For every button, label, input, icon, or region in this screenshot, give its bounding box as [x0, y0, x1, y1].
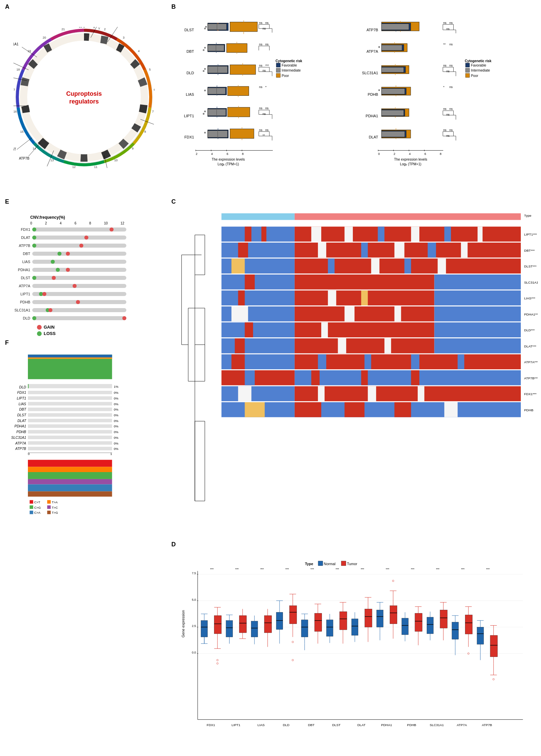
svg-rect-318 [434, 323, 521, 338]
svg-text:The expression levels: The expression levels [212, 158, 245, 161]
svg-point-210 [378, 89, 380, 91]
svg-text:6: 6 [226, 152, 228, 156]
svg-rect-302 [221, 290, 295, 305]
svg-rect-304 [434, 290, 521, 305]
svg-text:DLAT: DLAT [357, 723, 365, 727]
svg-rect-179 [381, 45, 402, 50]
svg-rect-349 [418, 386, 424, 402]
svg-text:FDX1***: FDX1*** [524, 392, 537, 396]
svg-rect-530 [326, 620, 333, 636]
svg-rect-306 [328, 290, 336, 305]
svg-text:20: 20 [43, 36, 46, 39]
svg-text:LIAS: LIAS [18, 402, 26, 406]
svg-text:0%: 0% [114, 424, 119, 428]
svg-rect-104 [276, 73, 280, 77]
svg-point-614 [493, 678, 494, 680]
svg-rect-431 [318, 561, 323, 566]
svg-rect-317 [295, 323, 434, 338]
svg-text:ATP7B***: ATP7B*** [524, 376, 538, 380]
svg-text:ATP7B: ATP7B [366, 28, 378, 32]
svg-text:4: 4 [409, 152, 411, 156]
svg-text:ns: ns [449, 128, 453, 132]
svg-text:3: 3 [123, 36, 124, 39]
svg-text:regulators: regulators [69, 98, 99, 105]
svg-text:ATP7A: ATP7A [457, 723, 467, 727]
svg-text:SLC31A1: SLC31A1 [362, 71, 378, 75]
svg-text:14: 14 [33, 147, 36, 150]
svg-rect-311 [434, 306, 521, 322]
cnv-gene-label-atp7b: ATP7B [10, 244, 30, 248]
svg-text:LIPT1: LIPT1 [232, 723, 240, 727]
svg-text:SLC31A1***: SLC31A1*** [524, 281, 538, 284]
svg-text:ns: ns [259, 128, 262, 132]
svg-point-81 [204, 47, 206, 48]
panel-e: E CNV.frequency(%) 0 2 4 6 8 10 12 FDX1 [0, 195, 168, 336]
svg-text:***: *** [411, 568, 415, 571]
svg-text:8: 8 [440, 152, 441, 156]
svg-text:DBT: DBT [186, 49, 194, 53]
svg-text:1: 1 [110, 452, 112, 456]
svg-rect-417 [28, 485, 112, 492]
cnv-bar-dlst [32, 276, 126, 280]
svg-rect-470 [214, 616, 221, 634]
cnv-gene-label-slc31a1: SLC31A1 [10, 308, 30, 312]
svg-text:Favorable: Favorable [471, 64, 486, 67]
svg-rect-284 [361, 243, 368, 258]
svg-text:Normal: Normal [324, 562, 336, 566]
svg-text:ns: ns [449, 107, 453, 111]
cnv-row-dld: DLD [10, 315, 165, 321]
svg-rect-480 [226, 621, 233, 637]
svg-rect-541 [351, 619, 358, 635]
svg-text:0%: 0% [114, 447, 119, 451]
svg-text:FDX1: FDX1 [184, 135, 194, 139]
svg-rect-345 [295, 386, 521, 402]
svg-text:***: *** [210, 568, 214, 571]
cnv-gene-label-dlst: DLST [10, 276, 30, 280]
svg-rect-429 [47, 511, 50, 514]
svg-text:7.5: 7.5 [192, 572, 196, 575]
svg-text:ns: ns [449, 43, 453, 46]
svg-text:0%: 0% [114, 391, 119, 394]
svg-text:LIPT1***: LIPT1*** [524, 233, 537, 236]
svg-text:DLD: DLD [19, 385, 26, 389]
svg-rect-418 [28, 491, 112, 497]
svg-rect-375 [28, 384, 29, 388]
cnv-title: CNV.frequency(%) [30, 215, 165, 220]
panel-b: B DLST ns [168, 0, 541, 195]
svg-rect-570 [415, 613, 422, 631]
svg-line-3 [17, 138, 32, 150]
svg-rect-335 [232, 354, 245, 370]
svg-rect-371 [28, 354, 112, 357]
svg-text:0%: 0% [114, 430, 119, 434]
svg-text:Cytogenetic risk: Cytogenetic risk [465, 59, 492, 63]
svg-text:ns: ns [262, 112, 266, 116]
svg-rect-331 [318, 354, 326, 370]
cnv-bar-dld [32, 316, 126, 320]
svg-text:DLAT***: DLAT*** [524, 344, 536, 348]
svg-point-513 [292, 641, 294, 643]
svg-text:ATP7A: ATP7A [15, 442, 26, 445]
svg-text:Intermediate: Intermediate [282, 69, 301, 72]
svg-text:DBT: DBT [41, 168, 48, 168]
cnv-row-dlat: DLAT [10, 235, 165, 241]
svg-text:PDHA1: PDHA1 [365, 114, 378, 118]
panel-f-inner: DLD 1% FDX1 0% LIPT1 0% LIAS 0% DBT 0% D… [3, 351, 165, 756]
svg-text:PDHA1: PDHA1 [381, 723, 392, 727]
svg-rect-355 [344, 402, 364, 417]
svg-text:2: 2 [104, 28, 106, 31]
svg-text:T>C: T>C [52, 506, 58, 509]
svg-rect-313 [344, 306, 355, 322]
svg-rect-325 [235, 338, 245, 353]
svg-text:6: 6 [154, 88, 155, 91]
svg-rect-295 [438, 258, 446, 274]
cnv-row-lias: LIAS [10, 259, 165, 265]
svg-point-563 [392, 580, 394, 582]
svg-point-82 [203, 49, 204, 51]
panel-d-inner: Normal Tumor Type 7.5 5.0 2.5 0.0 [171, 558, 538, 749]
svg-point-476 [217, 659, 218, 661]
svg-text:DLD***: DLD*** [524, 328, 535, 332]
svg-text:Y: Y [98, 27, 100, 30]
left-boxplot-column: DLST ns ns ns [171, 13, 354, 192]
svg-text:ns: ns [259, 85, 262, 89]
svg-rect-322 [221, 338, 295, 353]
